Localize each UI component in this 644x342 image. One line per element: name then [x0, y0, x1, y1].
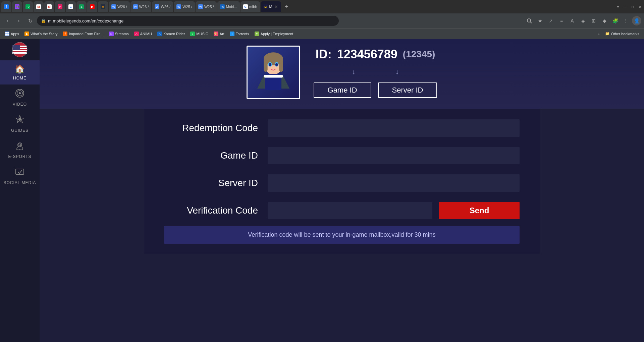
tab-bar-controls: ▾ ─ □ ✕ [615, 4, 643, 9]
tab-youtube[interactable]: ▶ [87, 1, 97, 12]
bookmark-imported[interactable]: f Imported From Fire... [61, 31, 105, 37]
notice-text: Verification code will be sent to your i… [248, 231, 435, 238]
tab-amazon[interactable]: A [98, 1, 108, 12]
svg-rect-20 [16, 169, 24, 174]
send-button[interactable]: Send [439, 202, 520, 219]
tab-fb[interactable]: f [1, 1, 11, 12]
game-id-arrow-icon: ↓ [352, 68, 355, 76]
tab-docs3[interactable]: W W26 / [152, 1, 173, 12]
tab-title-active: M [269, 5, 272, 9]
tab-docs1[interactable]: W W26 / [109, 1, 130, 12]
bookmarks-more-button[interactable]: » [596, 31, 602, 37]
chrome-extension3[interactable]: ◆ [600, 16, 609, 25]
bookmark-animu-label: ANIMU [140, 32, 152, 36]
tab-docs4[interactable]: W W25 / [174, 1, 195, 12]
star-bookmark-icon[interactable]: ★ [535, 16, 545, 25]
svg-rect-31 [264, 75, 283, 78]
verification-code-input[interactable] [268, 202, 432, 219]
verification-input-group: Send [268, 202, 520, 219]
tab-google-ads[interactable]: G [66, 1, 76, 12]
maximize-btn[interactable]: □ [630, 4, 635, 9]
server-id-input[interactable] [268, 174, 520, 192]
tab-docs5[interactable]: W W25 / [196, 1, 217, 12]
tab-gmail1[interactable]: M [34, 1, 44, 12]
tab-close-active[interactable]: ✕ [274, 4, 278, 9]
id-label: ID: [316, 47, 332, 61]
toolbar-right: ★ ↗ ≡ A ◈ ⊞ ◆ 🧩 ⋮ 👤 [525, 16, 641, 25]
tab-title-docs3: W26 / [161, 5, 170, 9]
game-id-button[interactable]: Game ID [314, 82, 371, 98]
back-button[interactable]: ‹ [3, 16, 12, 25]
main-area: ID: 123456789 (12345) ↓ ↓ Game ID Server… [40, 39, 644, 342]
google-search-icon[interactable] [525, 16, 534, 25]
reader-mode-icon[interactable]: ≡ [557, 16, 566, 25]
bookmark-animu[interactable]: A ANIMU [132, 31, 154, 37]
torrents-favicon: T [230, 32, 234, 36]
svg-rect-10 [12, 52, 27, 54]
player-avatar [247, 46, 300, 99]
game-id-number: 123456789 [337, 47, 397, 61]
notice-bar: Verification code will be sent to your i… [164, 226, 520, 244]
bookmark-story[interactable]: ▶ What's the Story [22, 31, 59, 37]
address-bar[interactable]: 🔒 m.mobilelegends.com/en/codexchange [37, 16, 339, 26]
tab-docs2[interactable]: W W26 / [130, 1, 152, 12]
window-close-btn[interactable]: ✕ [637, 4, 643, 9]
bookmark-apps[interactable]: Apps [3, 31, 21, 37]
svg-rect-5 [7, 34, 9, 36]
home-icon: 🏠 [15, 64, 25, 74]
new-tab-button[interactable]: + [282, 2, 291, 11]
bookmark-streams[interactable]: S Streams [107, 31, 131, 37]
sidebar-item-guides[interactable]: GUIDES [0, 111, 40, 137]
server-id-arrow-icon: ↓ [395, 68, 399, 76]
forward-button[interactable]: › [14, 16, 23, 25]
bookmark-torrents[interactable]: T Torrents [228, 31, 251, 37]
tab-mobi[interactable]: PC Mobi... [217, 1, 240, 12]
more-menu-icon[interactable]: ⋮ [621, 16, 631, 25]
art-favicon: 🎨 [214, 32, 218, 36]
bookmark-music[interactable]: ♪ MUSIC [188, 31, 210, 37]
refresh-button[interactable]: ↻ [25, 16, 35, 25]
animu-favicon: A [134, 32, 139, 36]
address-bar-row: ‹ › ↻ 🔒 m.mobilelegends.com/en/codexchan… [0, 13, 644, 28]
chrome-extension2[interactable]: ⊞ [589, 16, 598, 25]
game-id-input[interactable] [268, 147, 520, 164]
tab-dropdown-btn[interactable]: ▾ [615, 4, 621, 9]
tab-tv[interactable]: TV [23, 1, 33, 12]
tab-bar: f 🎮 TV M M P G S ▶ A W W26 / [0, 0, 644, 13]
sidebar-item-social[interactable]: SOCIAL MEDIA [0, 163, 40, 189]
minimize-btn[interactable]: ─ [623, 4, 628, 9]
tab-mlbb-google[interactable]: G mlbb [240, 1, 260, 12]
svg-line-1 [530, 22, 532, 23]
translate-icon[interactable]: A [568, 16, 577, 25]
share-icon[interactable]: ↗ [546, 16, 555, 25]
sidebar-label-guides: GUIDES [11, 128, 29, 133]
apps-favicon [5, 32, 9, 36]
sidebar-item-home[interactable]: 🏠 HOME [0, 60, 40, 84]
tab-mlbb-active[interactable]: M M ✕ [261, 1, 281, 12]
bookmark-story-label: What's the Story [31, 32, 57, 36]
browser-chrome: f 🎮 TV M M P G S ▶ A W W26 / [0, 0, 644, 39]
redemption-code-input[interactable] [268, 119, 520, 137]
tab-twitch[interactable]: 🎮 [12, 1, 22, 12]
sidebar-item-video[interactable]: VIDEO [0, 84, 40, 111]
chrome-extension1[interactable]: ◈ [578, 16, 588, 25]
bookmark-kamen[interactable]: K Kamen Rider [155, 31, 187, 37]
other-bookmarks[interactable]: 📁 Other bookmarks [603, 31, 641, 37]
server-id-row: Server ID [164, 174, 520, 192]
profile-avatar[interactable]: 👤 [632, 16, 641, 25]
sidebar-label-esports: E-SPORTS [8, 154, 31, 159]
video-icon [15, 89, 24, 100]
svg-rect-25 [279, 59, 283, 72]
esports-icon [15, 141, 24, 152]
tab-gmail2[interactable]: M [44, 1, 54, 12]
server-id-button[interactable]: Server ID [378, 82, 437, 98]
tab-poki[interactable]: P [55, 1, 65, 12]
bookmark-apply[interactable]: ✦ Apply | Employment [253, 31, 296, 37]
bookmark-art[interactable]: 🎨 Art [212, 31, 226, 37]
sidebar-item-esports[interactable]: E-SPORTS [0, 137, 40, 163]
bookmark-music-label: MUSIC [196, 32, 208, 36]
language-flag[interactable] [12, 42, 28, 58]
puzzle-extensions-icon[interactable]: 🧩 [610, 16, 620, 25]
tab-sheets[interactable]: S [76, 1, 87, 12]
svg-point-17 [18, 118, 21, 121]
